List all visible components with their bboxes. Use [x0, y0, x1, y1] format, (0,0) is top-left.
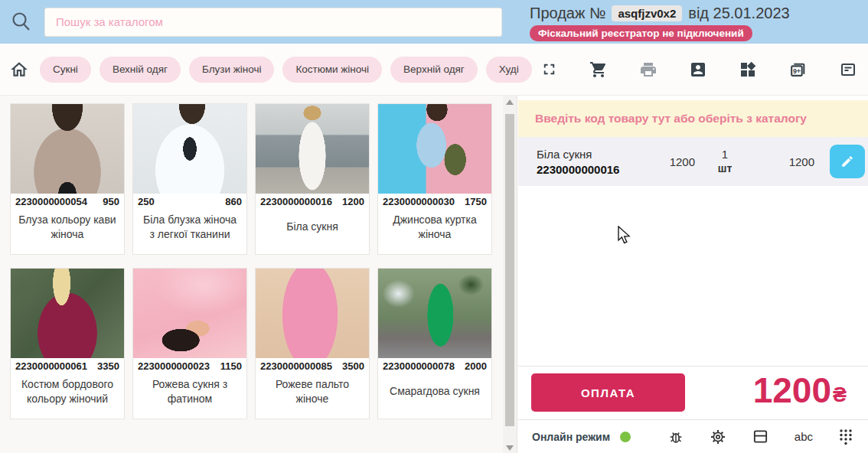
- category-navbar: Сукні Вехній одяг Блузи жіночі Костюми ж…: [0, 44, 868, 96]
- toolbar: 9+: [540, 60, 857, 79]
- product-code: 2230000000023: [138, 360, 210, 372]
- product-name: Блуза кольору кави жіноча: [11, 209, 124, 254]
- product-price: 860: [225, 196, 242, 207]
- receipt-item-row[interactable]: Біла сукня 2230000000016 1200 1 шт 1200: [518, 137, 868, 186]
- product-name: Біла блузка жіноча з легкої тканини: [133, 209, 246, 254]
- receipt-item-total: 1200: [755, 155, 814, 168]
- receipt-total-amount: 1200: [753, 370, 831, 411]
- shopping-cart-icon: [589, 60, 608, 79]
- category-chip-kostyumy[interactable]: Костюми жіночі: [282, 57, 382, 83]
- product-name: Джинсова куртка жіноча: [378, 209, 491, 254]
- product-price: 2000: [465, 360, 487, 372]
- category-chip-bluzy[interactable]: Блузи жіночі: [189, 57, 275, 83]
- sale-id-badge: asqfjzv0x2: [612, 5, 682, 21]
- online-status-indicator: [620, 432, 631, 442]
- category-chip-vehnii-odyag[interactable]: Вехній одяг: [100, 57, 181, 83]
- product-image: [378, 104, 491, 194]
- print-button[interactable]: [639, 60, 658, 79]
- statusbar-icons: abc: [667, 428, 853, 445]
- edit-item-button[interactable]: [830, 145, 865, 178]
- receipt-item-qty: 1 шт: [695, 148, 755, 175]
- mouse-cursor: [617, 226, 634, 246]
- product-image: [256, 269, 369, 358]
- pos-app: Продаж № asqfjzv0x2 від 25.01.2023 Фіска…: [0, 0, 868, 453]
- cart-button[interactable]: [589, 60, 608, 79]
- product-code: 250: [138, 196, 155, 207]
- receipt-total: 1200 ₴: [753, 369, 847, 412]
- sale-header: Продаж № asqfjzv0x2 від 25.01.2023: [530, 5, 790, 22]
- dialpad-button[interactable]: [838, 429, 853, 445]
- scrollbar-thumb[interactable]: [505, 114, 514, 426]
- home-button[interactable]: [9, 60, 29, 80]
- cash-drawer-icon: [752, 428, 769, 445]
- fiscal-warning-badge: Фіскальний реєстратор не підключений: [530, 25, 752, 41]
- customer-button[interactable]: [689, 60, 707, 79]
- product-card[interactable]: 22300000000613350 Костюм бордового кольо…: [10, 268, 125, 419]
- cash-drawer-button[interactable]: [752, 428, 769, 445]
- filter-9-plus-button[interactable]: 9+: [788, 60, 808, 79]
- receipt-item-price: 1200: [644, 155, 695, 168]
- widgets-icon: [739, 60, 757, 79]
- product-card[interactable]: 22300000000161200 Біла сукня: [255, 103, 370, 255]
- product-price: 950: [103, 196, 119, 207]
- product-code-entry[interactable]: Введіть код товару тут або оберіть з кат…: [518, 100, 868, 137]
- bug-icon: [667, 429, 684, 445]
- product-card[interactable]: 22300000000301750 Джинсова куртка жіноча: [377, 103, 492, 255]
- product-image: [256, 104, 369, 194]
- product-catalog: 2230000000054950 Блуза кольору кави жіно…: [0, 96, 503, 453]
- product-image: [133, 269, 246, 358]
- category-chip-sukni[interactable]: Сукні: [40, 57, 91, 83]
- product-card[interactable]: 250860 Біла блузка жіноча з легкої ткани…: [132, 103, 247, 255]
- scrollbar-down-arrow[interactable]: [506, 445, 514, 451]
- product-card[interactable]: 2230000000054950 Блуза кольору кави жіно…: [10, 103, 125, 255]
- notes-icon: [839, 60, 857, 79]
- category-chip-hudi[interactable]: Худі: [486, 57, 532, 83]
- pencil-icon: [840, 155, 854, 168]
- abc-label: abc: [795, 430, 813, 443]
- settings-button[interactable]: [710, 429, 726, 445]
- receipt-panel: Введіть код товару тут або оберіть з кат…: [517, 96, 868, 453]
- product-card[interactable]: 22300000000782000 Смарагдова сукня: [377, 268, 492, 419]
- notes-button[interactable]: [839, 60, 857, 79]
- abc-keyboard-toggle[interactable]: abc: [795, 430, 813, 443]
- filter-9-plus-icon: 9+: [788, 60, 808, 79]
- product-image: [378, 269, 491, 358]
- product-name: Рожеве пальто жіноче: [256, 373, 369, 419]
- fullscreen-button[interactable]: [540, 60, 558, 78]
- product-code: 2230000000078: [383, 360, 455, 372]
- product-card[interactable]: 22300000000231150 Рожева сукня з фатином: [132, 268, 247, 419]
- debug-button[interactable]: [667, 429, 684, 445]
- sale-date: від 25.01.2023: [688, 5, 789, 22]
- product-code: 2230000000030: [383, 196, 455, 207]
- product-name: Костюм бордового кольору жіночий: [11, 373, 124, 419]
- product-name: Рожева сукня з фатином: [133, 373, 246, 419]
- product-name: Смарагдова сукня: [378, 373, 491, 419]
- product-price: 3350: [97, 360, 119, 372]
- scrollbar-up-arrow[interactable]: [506, 99, 514, 105]
- settings-gear-icon: [710, 429, 726, 445]
- category-chip-verhnii-odyag[interactable]: Верхній одяг: [390, 57, 478, 83]
- dialpad-icon: [838, 429, 853, 445]
- receipt-item-info: Біла сукня 2230000000016: [537, 148, 644, 176]
- contact-card-icon: [689, 60, 707, 79]
- fullscreen-icon: [540, 60, 558, 78]
- svg-text:9+: 9+: [793, 67, 801, 75]
- search-icon: [9, 10, 34, 34]
- catalog-search-input[interactable]: [44, 8, 502, 37]
- product-price: 3500: [342, 360, 364, 372]
- product-price: 1750: [465, 196, 487, 207]
- pay-button[interactable]: ОПЛАТА: [531, 373, 685, 412]
- product-card[interactable]: 22300000000853500 Рожеве пальто жіноче: [255, 268, 370, 419]
- receipt-item-qty-value: 1: [695, 148, 755, 162]
- product-image: [133, 104, 246, 194]
- product-price: 1150: [220, 360, 242, 372]
- payment-divider: [518, 366, 868, 367]
- product-code: 2230000000016: [260, 196, 332, 207]
- statusbar: Онлайн режим: [518, 419, 868, 453]
- catalog-scrollbar[interactable]: [503, 96, 517, 453]
- receipt-item-code: 2230000000016: [537, 163, 644, 176]
- product-image: [11, 269, 124, 358]
- sale-info: Продаж № asqfjzv0x2 від 25.01.2023 Фіска…: [530, 3, 790, 41]
- product-name: Біла сукня: [256, 209, 369, 254]
- widgets-button[interactable]: [739, 60, 757, 79]
